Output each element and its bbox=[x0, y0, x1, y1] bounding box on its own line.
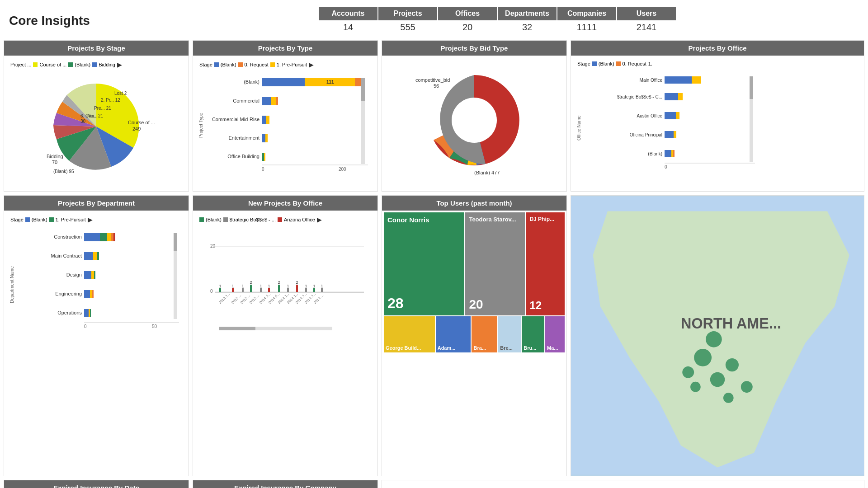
projects-by-type-panel: Projects By Type Stage (Blank) 0. Reques… bbox=[193, 40, 378, 192]
strategic-blue bbox=[665, 93, 678, 100]
label-competitive: competitive_bid bbox=[415, 77, 450, 83]
val-1h: 1 bbox=[313, 284, 315, 288]
bar-midrise-yellow bbox=[266, 116, 269, 124]
type-chart-area: (Blank) 95 111 Commercial bbox=[205, 70, 374, 180]
bar-2014-3 bbox=[278, 285, 280, 292]
type-arrow[interactable]: ▶ bbox=[309, 61, 314, 68]
user-teodora: Teodora Starov... 20 bbox=[465, 212, 525, 315]
bar-2013-4 bbox=[250, 285, 252, 292]
dept-legend-pre-icon bbox=[49, 217, 54, 222]
val-1i: 1 bbox=[321, 284, 323, 288]
expired-by-date-title: Expired Insurance By Date bbox=[4, 480, 189, 488]
stat-companies: Companies1111 bbox=[557, 7, 616, 34]
type-chart-container: Project Type (Blank) 95 111 bbox=[197, 70, 374, 180]
dept-legend: Stage (Blank) 1. Pre-Pursuit ▶ bbox=[8, 214, 185, 225]
dept-chart-area: Construction 9 Main Contract bbox=[16, 225, 185, 344]
label-6cou: 6. Cou... bbox=[80, 113, 98, 118]
stage-legend-arrow[interactable]: ▶ bbox=[117, 61, 122, 68]
dept-x-50: 50 bbox=[152, 324, 157, 329]
bar-comm-orange bbox=[276, 97, 278, 105]
mainc-yellow bbox=[93, 252, 97, 260]
bar-2014-5 bbox=[296, 285, 298, 292]
legend-request-icon bbox=[238, 62, 243, 67]
map-dot-4 bbox=[726, 358, 739, 371]
user-bre: Bre... bbox=[498, 316, 521, 352]
user-bre-name: Bre... bbox=[500, 345, 519, 351]
user-djphip: DJ Phip... 12 bbox=[526, 212, 565, 315]
legend-pre-icon bbox=[270, 62, 275, 67]
map-dot-6 bbox=[741, 381, 753, 393]
bar-2014-7 bbox=[313, 288, 315, 292]
const-blue bbox=[84, 233, 100, 241]
bar-2014-2 bbox=[268, 288, 270, 292]
projects-by-dept-title: Projects By Department bbox=[4, 196, 189, 211]
user-george-name: George Build... bbox=[386, 345, 433, 351]
eng-blue bbox=[84, 290, 90, 298]
app-title: Core Insights bbox=[9, 14, 136, 28]
stat-value-companies: 1111 bbox=[557, 20, 616, 34]
val-1e: 1 bbox=[268, 284, 270, 288]
type-bar-chart: (Blank) 95 111 Commercial bbox=[205, 70, 368, 178]
stage-pie-container: Lost 2 2. Pr... 12 Pre... 21 No... 21 Co… bbox=[8, 70, 185, 178]
bar-2013-1 bbox=[219, 288, 221, 292]
stat-label-departments: Departments bbox=[498, 7, 557, 20]
bar-label-blank: (Blank) bbox=[244, 79, 259, 84]
horiz-scrollbar-thumb bbox=[219, 327, 255, 330]
newp-legend-az-icon bbox=[278, 217, 282, 222]
top-users-body: Conor Norris 28 Teodora Starov... 20 DJ … bbox=[382, 211, 566, 354]
user-conor-val: 28 bbox=[387, 295, 461, 312]
treemap-bottom-row: George Build... Adam... Bra... Bre... Br bbox=[384, 316, 565, 352]
newprojects-arrow[interactable]: ▶ bbox=[317, 216, 322, 223]
map-dot-5 bbox=[690, 382, 701, 392]
new-projects-by-office-panel: New Projects By Office (Blank) $trategic… bbox=[193, 195, 378, 476]
user-conor-name: Conor Norris bbox=[387, 216, 461, 224]
office-legend: Stage (Blank) 0. Request 1. bbox=[575, 59, 860, 68]
user-bru-name: Bru... bbox=[524, 345, 542, 351]
projects-by-dept-body: Stage (Blank) 1. Pre-Pursuit ▶ Departmen… bbox=[4, 211, 189, 348]
dept-arrow[interactable]: ▶ bbox=[88, 216, 93, 223]
projects-by-bid-title: Projects By Bid Type bbox=[382, 41, 566, 56]
office-x-tick-0: 0 bbox=[665, 164, 667, 169]
mainc-green bbox=[97, 252, 99, 260]
oficina-blue bbox=[665, 131, 674, 138]
user-ma-name: Ma... bbox=[547, 345, 563, 351]
top-users-title: Top Users (past month) bbox=[382, 196, 566, 211]
user-bra: Bra... bbox=[472, 316, 497, 352]
map-text: NORTH AME... bbox=[681, 315, 781, 332]
bid-pie-container: competitive_bid 56 (Blank) 477 bbox=[386, 59, 563, 181]
projects-by-bid-panel: Projects By Bid Type bbox=[382, 40, 567, 192]
const-yellow bbox=[107, 233, 111, 241]
const-red bbox=[113, 233, 115, 241]
x-tick-0: 0 bbox=[262, 167, 264, 172]
const-green bbox=[100, 233, 107, 241]
dept-label-eng: Engineering bbox=[55, 291, 82, 296]
val-2c: 2 bbox=[296, 280, 298, 285]
label-blank: (Blank) 95 bbox=[53, 169, 74, 174]
stat-value-offices: 20 bbox=[438, 20, 497, 34]
new-projects-body: (Blank) $trategic Bo$$e$ - ... Arizona O… bbox=[193, 211, 377, 339]
dept-x-0: 0 bbox=[84, 324, 87, 329]
office-scrollbar-thumb bbox=[750, 76, 753, 99]
map-dot-7 bbox=[706, 331, 722, 347]
bar-midrise-blue bbox=[262, 116, 266, 124]
expired-by-company-panel: Expired Insurance By Company bbox=[193, 480, 378, 488]
bar-2014-8 bbox=[321, 288, 323, 292]
dashboard-page: Core Insights Accounts14Projects555Offic… bbox=[0, 0, 868, 488]
map-dot-1 bbox=[694, 349, 712, 366]
bar-blank-blue bbox=[262, 78, 305, 86]
office-label-oficina: Oficina Principal bbox=[630, 132, 662, 137]
new-projects-chart: 20 0 1 1 1 2 bbox=[197, 225, 373, 333]
stat-label-companies: Companies bbox=[557, 7, 616, 20]
val-2a: 2 bbox=[250, 280, 252, 285]
stat-projects: Projects555 bbox=[378, 7, 437, 34]
office-legend-req-icon bbox=[616, 61, 621, 66]
label-course: Course of ... bbox=[128, 120, 155, 125]
design-blue bbox=[84, 271, 91, 279]
stat-offices: Offices20 bbox=[438, 7, 497, 34]
strategic-yellow bbox=[678, 93, 683, 100]
ops-green bbox=[90, 309, 91, 317]
user-ma: Ma... bbox=[545, 316, 565, 352]
projects-by-type-title: Projects By Type bbox=[193, 41, 377, 56]
office-label-austin: Austin Office bbox=[637, 113, 662, 118]
bar-label-ent: Entertainment bbox=[229, 135, 259, 141]
